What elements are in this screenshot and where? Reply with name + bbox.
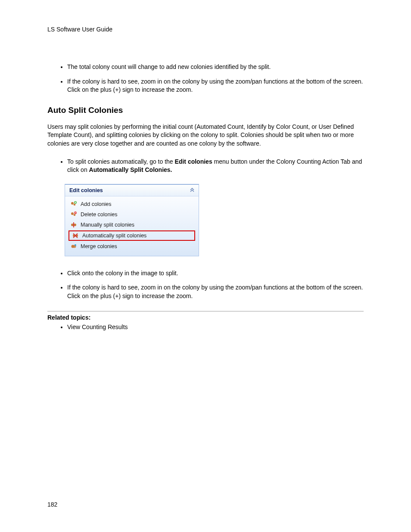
bullet-item: The total colony count will change to ad… [67, 63, 364, 72]
manual-split-icon [70, 221, 77, 228]
menu-item-label: Add colonies [81, 201, 112, 207]
menu-item-label: Merge colonies [81, 243, 117, 249]
edit-colonies-panel: Edit colonies Add colonies Delete coloni… [65, 184, 199, 256]
bullet-item: If the colony is hard to see, zoom in on… [67, 78, 364, 94]
related-topic-item[interactable]: View Counting Results [67, 324, 364, 330]
related-topics-heading: Related topics: [47, 314, 364, 321]
top-bullet-list: The total colony count will change to ad… [47, 63, 364, 94]
menu-item-manual-split[interactable]: Manually split colonies [67, 220, 197, 230]
text-bold: Automatically Split Colonies. [89, 166, 172, 173]
bullet-item: To split colonies automatically, go to t… [67, 158, 364, 174]
add-colonies-icon [70, 201, 77, 208]
after-panel-bullet-list: Click onto the colony in the image to sp… [47, 269, 364, 301]
svg-point-0 [71, 202, 74, 205]
panel-body: Add colonies Delete colonies Manually sp… [65, 196, 199, 256]
menu-item-delete-colonies[interactable]: Delete colonies [67, 209, 197, 220]
related-topics-list: View Counting Results [47, 324, 364, 330]
svg-point-1 [74, 203, 76, 205]
text-bold: Edit colonies [175, 158, 212, 165]
menu-item-label: Delete colonies [81, 212, 117, 218]
svg-point-4 [74, 214, 76, 216]
auto-split-icon [72, 232, 79, 239]
section-paragraph: Users may split colonies by performing t… [47, 123, 364, 148]
svg-rect-8 [73, 222, 74, 227]
delete-colonies-icon [70, 211, 77, 218]
menu-item-label: Manually split colonies [81, 222, 134, 228]
svg-point-13 [75, 244, 76, 246]
bullet-item: Click onto the colony in the image to sp… [67, 269, 364, 278]
step-bullet-list: To split colonies automatically, go to t… [47, 158, 364, 174]
page-number: 182 [47, 501, 57, 508]
menu-item-add-colonies[interactable]: Add colonies [67, 199, 197, 209]
bullet-item: If the colony is hard to see, zoom in on… [67, 283, 364, 300]
collapse-icon[interactable] [190, 188, 194, 193]
menu-item-auto-split[interactable]: Automatically split colonies [68, 230, 195, 241]
merge-colonies-icon [70, 243, 77, 250]
menu-item-merge-colonies[interactable]: Merge colonies [67, 241, 197, 252]
doc-header: LS Software User Guide [47, 26, 364, 33]
svg-point-3 [71, 212, 74, 215]
section-heading: Auto Split Colonies [47, 106, 364, 115]
divider [47, 311, 364, 311]
text-fragment: To split colonies automatically, go to t… [67, 158, 175, 165]
panel-title: Edit colonies [69, 187, 103, 193]
panel-header[interactable]: Edit colonies [65, 185, 199, 196]
menu-item-label: Automatically split colonies [82, 233, 146, 239]
